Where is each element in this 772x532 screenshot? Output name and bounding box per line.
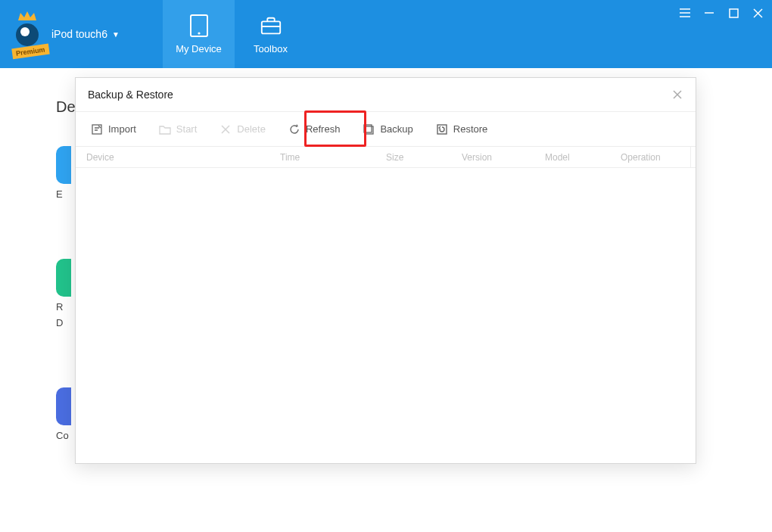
col-size[interactable]: Size — [375, 152, 451, 163]
restore-icon — [436, 123, 448, 135]
app-header: Premium iPod touch6 ▼ My Device Toolbox — [0, 0, 772, 68]
restore-button[interactable]: Restore — [431, 120, 493, 138]
tile-label-d: D — [56, 317, 71, 328]
start-label: Start — [176, 123, 197, 135]
svg-point-1 — [198, 32, 200, 34]
col-operation[interactable]: Operation — [610, 152, 686, 163]
premium-badge: Premium — [11, 44, 49, 60]
svg-rect-18 — [437, 125, 447, 134]
window-controls — [678, 6, 764, 20]
toolbox-icon — [260, 14, 282, 37]
modal-header: Backup & Restore — [76, 78, 696, 111]
tile-label-r: R — [56, 301, 71, 313]
crown-icon — [17, 10, 38, 23]
modal-title: Backup & Restore — [88, 89, 173, 101]
eye-icon — [16, 23, 39, 46]
backup-label: Backup — [380, 123, 412, 135]
tile-label-e: E — [56, 188, 71, 200]
refresh-label: Refresh — [306, 123, 341, 135]
column-divider — [690, 147, 691, 167]
table-header: Device Time Size Version Model Operation — [76, 147, 696, 168]
tablet-icon — [188, 14, 210, 37]
tab-label: My Device — [176, 43, 222, 54]
device-name-label: iPod touch6 — [51, 28, 107, 40]
folder-icon — [159, 123, 171, 135]
nav-tabs: My Device Toolbox — [163, 0, 307, 68]
refresh-icon — [288, 123, 300, 135]
col-model[interactable]: Model — [534, 152, 610, 163]
close-icon[interactable] — [751, 6, 764, 20]
tile-label-co: Co — [56, 430, 71, 441]
col-time[interactable]: Time — [269, 152, 375, 163]
svg-rect-13 — [92, 125, 101, 134]
modal-toolbar: Import Start Delete Refresh Backup Resto… — [76, 112, 696, 147]
chevron-down-icon: ▼ — [112, 30, 120, 39]
menu-icon[interactable] — [678, 6, 692, 20]
tab-toolbox[interactable]: Toolbox — [235, 0, 307, 68]
minimize-icon[interactable] — [702, 6, 716, 20]
close-icon[interactable] — [671, 89, 683, 101]
delete-label: Delete — [237, 123, 266, 135]
import-button[interactable]: Import — [86, 120, 141, 138]
col-version[interactable]: Version — [451, 152, 534, 163]
backup-restore-modal: Backup & Restore Import Start Delete Ref… — [75, 77, 696, 464]
table-body — [76, 168, 696, 463]
tab-my-device[interactable]: My Device — [163, 0, 235, 68]
delete-button: Delete — [215, 120, 270, 138]
start-button: Start — [154, 120, 201, 138]
tile-blue[interactable] — [56, 146, 71, 184]
logo-device-selector[interactable]: Premium iPod touch6 ▼ — [0, 0, 163, 68]
svg-rect-2 — [261, 21, 279, 33]
tab-label: Toolbox — [254, 43, 288, 54]
backup-icon — [363, 123, 375, 135]
x-icon — [219, 123, 232, 135]
import-icon — [91, 123, 103, 135]
svg-rect-8 — [730, 9, 738, 17]
col-device[interactable]: Device — [76, 152, 269, 163]
backup-button[interactable]: Backup — [358, 120, 417, 138]
maximize-icon[interactable] — [727, 6, 740, 20]
tile-indigo[interactable] — [56, 387, 71, 425]
device-dropdown[interactable]: iPod touch6 ▼ — [51, 28, 120, 40]
import-label: Import — [108, 123, 136, 135]
restore-label: Restore — [453, 123, 488, 135]
app-logo: Premium — [11, 11, 44, 57]
tile-green[interactable] — [56, 259, 71, 297]
refresh-button[interactable]: Refresh — [284, 120, 345, 138]
